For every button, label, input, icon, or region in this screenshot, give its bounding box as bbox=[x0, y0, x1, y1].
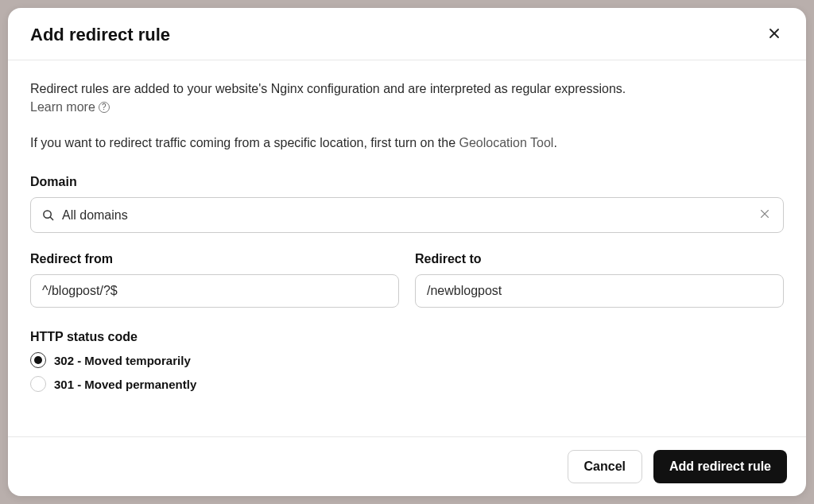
search-icon bbox=[42, 209, 54, 221]
modal-body: Redirect rules are added to your website… bbox=[8, 60, 806, 436]
geo-suffix: . bbox=[553, 136, 556, 149]
radio-302[interactable]: 302 - Moved temporarily bbox=[30, 352, 784, 368]
geolocation-text: If you want to redirect traffic coming f… bbox=[30, 134, 784, 153]
help-icon: ? bbox=[99, 102, 110, 113]
modal-header: Add redirect rule bbox=[8, 8, 806, 60]
svg-line-3 bbox=[50, 217, 52, 219]
redirect-row: Redirect from Redirect to bbox=[30, 252, 784, 308]
add-redirect-button[interactable]: Add redirect rule bbox=[653, 450, 787, 483]
geolocation-tool-link[interactable]: Geolocation Tool bbox=[459, 136, 554, 149]
radio-unselected-icon bbox=[30, 376, 46, 392]
close-button[interactable] bbox=[765, 24, 784, 45]
close-icon bbox=[768, 27, 781, 42]
radio-301-label: 301 - Moved permanently bbox=[54, 378, 196, 391]
domain-select[interactable]: All domains bbox=[30, 197, 784, 233]
redirect-from-group: Redirect from bbox=[30, 252, 399, 308]
learn-more-label: Learn more bbox=[30, 100, 95, 114]
domain-label: Domain bbox=[30, 175, 784, 189]
domain-value: All domains bbox=[62, 208, 758, 223]
clear-icon bbox=[759, 208, 770, 222]
modal-footer: Cancel Add redirect rule bbox=[8, 436, 806, 496]
status-code-group: HTTP status code 302 - Moved temporarily… bbox=[30, 330, 784, 392]
redirect-to-group: Redirect to bbox=[415, 252, 784, 308]
redirect-from-input[interactable] bbox=[30, 274, 399, 308]
status-code-label: HTTP status code bbox=[30, 330, 784, 344]
geo-prefix: If you want to redirect traffic coming f… bbox=[30, 136, 459, 149]
add-redirect-modal: Add redirect rule Redirect rules are add… bbox=[8, 8, 806, 496]
radio-selected-icon bbox=[30, 352, 46, 368]
cancel-button[interactable]: Cancel bbox=[568, 450, 642, 483]
radio-301[interactable]: 301 - Moved permanently bbox=[30, 376, 784, 392]
domain-field-group: Domain All domains bbox=[30, 175, 784, 233]
redirect-to-input[interactable] bbox=[415, 274, 784, 308]
learn-more-link[interactable]: Learn more ? bbox=[30, 100, 110, 114]
radio-302-label: 302 - Moved temporarily bbox=[54, 354, 191, 367]
redirect-to-label: Redirect to bbox=[415, 252, 784, 266]
description-text: Redirect rules are added to your website… bbox=[30, 79, 784, 99]
redirect-from-label: Redirect from bbox=[30, 252, 399, 266]
modal-title: Add redirect rule bbox=[30, 25, 170, 45]
clear-domain-button[interactable] bbox=[758, 207, 772, 223]
